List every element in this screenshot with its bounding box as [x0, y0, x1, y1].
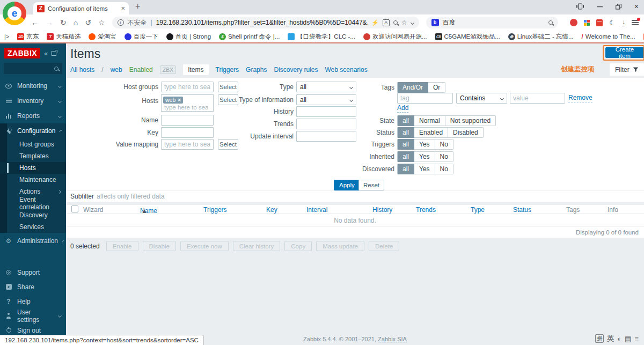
search-icon[interactable] [548, 20, 553, 25]
delete-button[interactable]: Delete [369, 241, 399, 251]
apps-grid-icon[interactable] [584, 20, 590, 26]
address-bar[interactable]: i 不安全 | 192.168.230.101/items.php?filter… [112, 17, 419, 28]
discovered-all-option[interactable]: all [397, 164, 414, 174]
panels-icon[interactable] [576, 3, 584, 10]
sidebar-item-inventory[interactable]: Inventory [0, 93, 66, 108]
close-window-icon[interactable]: × [634, 3, 639, 10]
hosts-multiselect[interactable]: web× [161, 94, 214, 112]
bookmark-aitaobao[interactable]: 爱淘宝 [89, 33, 116, 41]
tab-web-scenarios[interactable]: Web scenarios [325, 66, 368, 74]
state-not-supported-option[interactable]: Not supported [445, 115, 496, 126]
col-status[interactable]: Status [513, 206, 531, 214]
tags-and-or-option[interactable]: And/Or [397, 82, 428, 93]
forward-icon[interactable]: → [46, 19, 53, 26]
download-icon[interactable]: ↓ [622, 19, 625, 26]
sidebar-item-discovery[interactable]: Discovery [0, 209, 66, 221]
sidebar-item-host-groups[interactable]: Host groups [0, 138, 66, 150]
menu-icon[interactable] [632, 20, 639, 25]
mass-update-button[interactable]: Mass update [316, 241, 364, 251]
apply-button[interactable]: Apply [334, 180, 360, 190]
tag-value-input[interactable] [510, 93, 565, 104]
key-input[interactable] [161, 127, 214, 138]
remove-chip-icon[interactable]: × [178, 97, 181, 103]
bookmark-c5game[interactable]: C5C5GAME游戏饰品... [435, 33, 500, 41]
state-normal-option[interactable]: Normal [414, 115, 445, 126]
host-groups-input[interactable] [161, 82, 214, 92]
sidebar-item-monitoring[interactable]: Monitoring [0, 78, 66, 93]
add-tag-link[interactable]: Add [397, 105, 408, 113]
hot-news-icon[interactable] [570, 19, 577, 26]
state-all-option[interactable]: all [397, 115, 414, 126]
col-key[interactable]: Key [266, 206, 277, 214]
page-info-icon[interactable]: i [118, 19, 124, 26]
zabbix-logo[interactable]: ZABBIX [4, 48, 40, 58]
tab-discovery-rules[interactable]: Discovery rules [274, 66, 318, 74]
sidebar-item-support[interactable]: Support [0, 265, 66, 280]
translate-icon[interactable]: A [383, 19, 390, 26]
sidebar-item-administration[interactable]: ⚙ Administration [0, 233, 66, 249]
sidebar-item-user-settings[interactable]: User settings [0, 309, 66, 323]
search-in-page-icon[interactable] [393, 20, 398, 25]
tag-name-input[interactable] [397, 93, 453, 104]
col-interval[interactable]: Interval [306, 206, 327, 214]
ime-mode-icon[interactable]: ◐ [617, 335, 621, 343]
bookmark-tmall[interactable]: T天猫精选 [47, 33, 80, 41]
discovered-no-option[interactable]: No [435, 164, 453, 174]
restore-icon[interactable] [616, 4, 621, 10]
sidebar-item-reports[interactable]: Reports [0, 108, 66, 123]
value-mapping-input[interactable] [161, 139, 214, 150]
url-text[interactable]: 192.168.230.101/items.php?filter_set=1&f… [156, 19, 368, 26]
sidebar-item-templates[interactable]: Templates [0, 150, 66, 162]
filter-toggle[interactable]: Filter [610, 63, 644, 76]
sidebar-item-maintenance[interactable]: Maintenance [0, 174, 66, 186]
zabbix-sia-link[interactable]: Zabbix SIA [378, 336, 407, 342]
bookmarks-toggle-icon[interactable]: |> [4, 33, 9, 40]
discovered-yes-option[interactable]: Yes [414, 164, 435, 174]
tags-or-option[interactable]: Or [428, 82, 445, 93]
ime-keyboard-icon[interactable]: ▤ [625, 335, 631, 343]
name-input[interactable] [161, 115, 214, 126]
status-disabled-option[interactable]: Disabled [448, 127, 484, 138]
status-all-option[interactable]: all [397, 127, 414, 138]
disable-button[interactable]: Disable [143, 241, 176, 251]
hosts-input[interactable] [163, 104, 209, 111]
chevron-down-icon[interactable] [410, 20, 414, 24]
bookmark-welcome[interactable]: /Welcome to The... [582, 33, 635, 40]
history-icon[interactable]: ↺ [85, 19, 91, 26]
col-type[interactable]: Type [471, 206, 485, 214]
history-input[interactable] [296, 106, 356, 117]
breadcrumb-host[interactable]: web [111, 66, 122, 74]
sidebar-item-services[interactable]: Services [0, 221, 66, 233]
new-tab-button[interactable]: + [135, 2, 140, 11]
col-trends[interactable]: Trends [416, 206, 436, 214]
bookmark-jd[interactable]: JD京东 [17, 33, 39, 41]
tab-triggers[interactable]: Triggers [216, 66, 239, 74]
minimize-icon[interactable] [597, 4, 603, 10]
clear-history-button[interactable]: Clear history [233, 241, 281, 251]
ime-english[interactable]: 英 [607, 334, 614, 343]
col-triggers[interactable]: Triggers [203, 206, 227, 214]
browser-logo[interactable]: e [3, 2, 26, 25]
bookmark-koudai[interactable]: 【口袋教学】CLC -... [288, 33, 355, 41]
enable-button[interactable]: Enable [106, 241, 138, 251]
sidebar-search-input[interactable] [4, 63, 62, 74]
tab-graphs[interactable]: Graphs [246, 66, 267, 74]
copy-button[interactable]: Copy [284, 241, 312, 251]
bookmark-netease[interactable]: 欢迎访问网易开源... [363, 33, 427, 41]
bookmark-baidu[interactable]: 百度一下 [125, 33, 158, 41]
browser-tab[interactable]: Z Configuration of items × [33, 2, 129, 14]
reload-icon[interactable]: ↻ [60, 19, 67, 26]
remove-tag-link[interactable]: Remove [568, 94, 592, 102]
inherited-no-option[interactable]: No [435, 151, 453, 162]
reset-button[interactable]: Reset [358, 180, 384, 190]
status-enabled-option[interactable]: Enabled [414, 127, 448, 138]
star-icon[interactable]: ☆ [401, 19, 407, 26]
triggers-yes-option[interactable]: Yes [414, 139, 435, 150]
home-icon[interactable]: ⌂ [74, 19, 78, 26]
night-mode-icon[interactable]: ☾ [609, 19, 616, 26]
triggers-no-option[interactable]: No [435, 139, 453, 150]
ime-menu-icon[interactable]: ≡ [634, 335, 639, 343]
bookmark-shell[interactable]: $Shell printf 命令 |... [219, 33, 280, 41]
sidebar-item-help[interactable]: ?Help [0, 294, 66, 309]
value-mapping-select-button[interactable]: Select [218, 139, 238, 150]
